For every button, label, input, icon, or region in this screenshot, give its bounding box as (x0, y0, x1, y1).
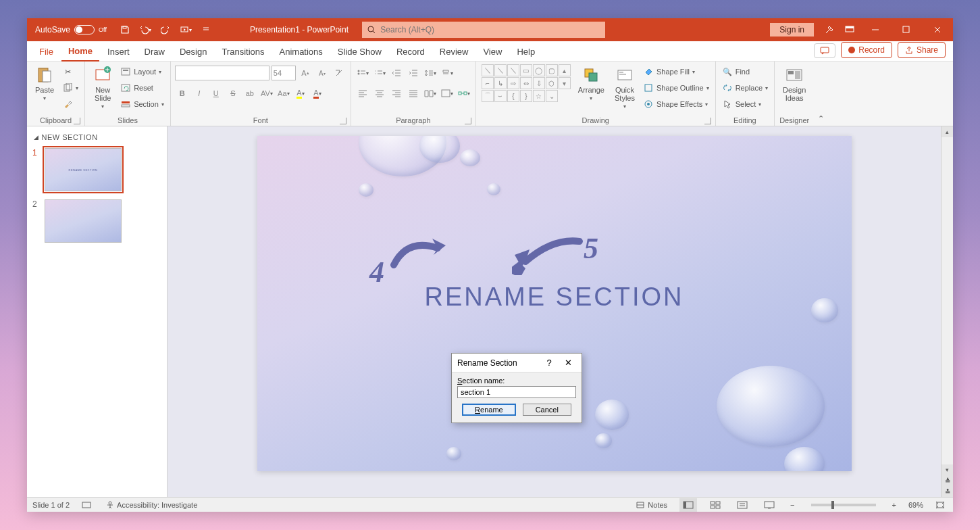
tab-file[interactable]: File (32, 43, 60, 61)
shape-scroll-up[interactable]: ▴ (559, 64, 571, 76)
shape-effects-button[interactable]: Shape Effects▾ (641, 97, 711, 112)
highlight-button[interactable]: A▾ (293, 86, 308, 101)
close-button[interactable] (922, 18, 953, 41)
zoom-knob[interactable] (831, 501, 834, 509)
decrease-indent-button[interactable] (389, 66, 404, 80)
align-right-button[interactable] (389, 86, 404, 101)
tab-draw[interactable]: Draw (138, 43, 172, 61)
spacing-button[interactable]: AV▾ (259, 86, 274, 101)
decrease-font-button[interactable]: A▾ (315, 66, 330, 80)
tab-view[interactable]: View (476, 43, 509, 61)
cancel-button[interactable]: Cancel (523, 404, 571, 416)
shape-arrow-r[interactable]: ⇨ (507, 77, 519, 89)
shape-fill-button[interactable]: Shape Fill▾ (641, 64, 711, 79)
shapes-gallery[interactable]: ＼ ＼ ＼ ▭ ◯ ▢ ▴ ⌐ ↳ ⇨ ⇔ ⇩ ⬡ ▾ ⌒ ⌣ { (480, 63, 572, 103)
scroll-up-button[interactable]: ▴ (942, 126, 953, 137)
font-family-combo[interactable] (175, 66, 269, 80)
reset-button[interactable]: Reset (118, 80, 166, 95)
tab-slideshow[interactable]: Slide Show (331, 43, 388, 61)
numbering-button[interactable]: ▾ (372, 66, 387, 80)
shape-star[interactable]: ☆ (533, 90, 545, 102)
slideshow-view-button[interactable] (760, 498, 778, 512)
copy-button[interactable]: ▾ (60, 80, 80, 95)
search-input[interactable] (380, 25, 600, 34)
undo-icon[interactable]: ▾ (135, 18, 155, 41)
thumbnail-2[interactable] (45, 199, 122, 243)
tab-design[interactable]: Design (173, 43, 213, 61)
shape-arrow-d[interactable]: ⇩ (533, 77, 545, 89)
dialog-help-button[interactable]: ? (541, 355, 557, 371)
columns-button[interactable]: ▾ (423, 86, 438, 101)
tab-home[interactable]: Home (61, 42, 99, 62)
zoom-in-button[interactable]: + (889, 501, 899, 509)
align-text-button[interactable]: ▾ (440, 86, 455, 101)
shape-oval[interactable]: ◯ (533, 64, 545, 76)
dialog-close-button[interactable]: ✕ (560, 355, 576, 371)
search-box[interactable] (362, 22, 605, 38)
shape-line[interactable]: ＼ (482, 64, 494, 76)
save-icon[interactable] (115, 18, 135, 41)
shadow-button[interactable]: ab (242, 86, 257, 101)
prev-slide-button[interactable]: ≜ (942, 475, 953, 486)
share-button[interactable]: Share (898, 42, 946, 58)
shape-scroll-dn[interactable]: ▾ (559, 77, 571, 89)
justify-button[interactable] (406, 86, 421, 101)
section-header[interactable]: ◢ NEW SECTION (32, 130, 161, 144)
shape-line3[interactable]: ＼ (507, 64, 519, 76)
tab-help[interactable]: Help (510, 43, 542, 61)
find-button[interactable]: 🔍Find (720, 64, 770, 79)
increase-font-button[interactable]: A▴ (298, 66, 313, 80)
layout-button[interactable]: Layout▾ (118, 64, 166, 79)
text-direction-button[interactable]: ▾ (440, 66, 455, 80)
clear-format-button[interactable] (332, 66, 346, 80)
vertical-scrollbar[interactable]: ▴ ▾ ≜ ≛ (941, 126, 953, 497)
thumbnail-pane[interactable]: ◢ NEW SECTION 1 RENAME SECTION 2 (27, 126, 167, 497)
section-name-input[interactable] (457, 386, 576, 398)
record-button[interactable]: Record (841, 42, 892, 58)
tab-animations[interactable]: Animations (273, 43, 330, 61)
shape-brace-l[interactable]: { (507, 90, 519, 102)
zoom-level[interactable]: 69% (908, 501, 923, 509)
font-size-combo[interactable]: 54 (272, 66, 296, 80)
smartart-button[interactable]: ▾ (457, 86, 471, 101)
shape-more[interactable]: ⌄ (546, 90, 558, 102)
section-collapse-icon[interactable]: ◢ (34, 134, 39, 141)
slide-title[interactable]: RENAME SECTION (424, 283, 684, 312)
scroll-down-button[interactable]: ▾ (942, 464, 953, 475)
customize-qat-icon[interactable] (196, 18, 216, 41)
shape-rect[interactable]: ▭ (520, 64, 532, 76)
maximize-button[interactable] (891, 18, 922, 41)
slide-canvas-area[interactable]: RENAME SECTION 4 5 (167, 126, 941, 497)
sign-in-button[interactable]: Sign in (770, 23, 814, 37)
tab-insert[interactable]: Insert (101, 43, 136, 61)
section-button[interactable]: Section▾ (118, 97, 166, 112)
format-painter-button[interactable] (60, 97, 80, 112)
sorter-view-button[interactable] (706, 498, 724, 512)
minimize-button[interactable] (860, 18, 891, 41)
shape-hex[interactable]: ⬡ (546, 77, 558, 89)
align-left-button[interactable] (355, 86, 370, 101)
display-options-icon[interactable] (840, 18, 860, 41)
shape-elbow2[interactable]: ↳ (494, 77, 507, 89)
zoom-slider[interactable] (811, 504, 876, 506)
underline-button[interactable]: U (209, 86, 224, 101)
increase-indent-button[interactable] (406, 66, 421, 80)
tab-record[interactable]: Record (390, 43, 432, 61)
shape-curve[interactable]: ⌒ (482, 90, 494, 102)
autosave-toggle[interactable]: AutoSave Off (27, 25, 115, 34)
paste-button[interactable]: Paste ▾ (31, 63, 58, 104)
bullets-button[interactable]: ▾ (355, 66, 370, 80)
next-slide-button[interactable]: ≛ (942, 486, 953, 497)
shape-elbow[interactable]: ⌐ (482, 77, 494, 89)
bold-button[interactable]: B (175, 86, 190, 101)
zoom-out-button[interactable]: − (788, 501, 797, 509)
replace-button[interactable]: Replace▾ (720, 80, 770, 95)
strike-button[interactable]: S (226, 86, 240, 101)
select-button[interactable]: Select▾ (720, 97, 770, 112)
tab-review[interactable]: Review (433, 43, 475, 61)
fit-to-window-button[interactable] (933, 501, 948, 509)
notes-button[interactable]: Notes (633, 501, 670, 509)
reading-view-button[interactable] (733, 498, 751, 512)
paragraph-launcher[interactable] (465, 118, 471, 124)
line-spacing-button[interactable]: ▾ (423, 66, 438, 80)
